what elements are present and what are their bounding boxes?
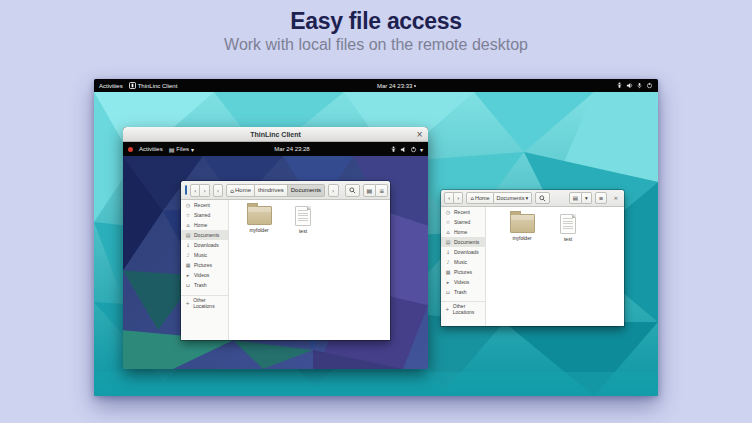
remote-clock-label: Mar 24 23:28 [274, 146, 309, 152]
menu-button[interactable]: ≡ [376, 184, 388, 197]
forward-button[interactable]: › [454, 192, 463, 204]
sidebar-item-label: Pictures [194, 262, 212, 268]
sidebar-item-pictures[interactable]: ▦Pictures [181, 260, 228, 270]
file-item-myfolder[interactable]: myfolder [237, 206, 281, 233]
thinlinc-close-button[interactable]: × [416, 127, 423, 141]
view-toggle-button[interactable]: ▤ [363, 184, 377, 197]
sidebar-item-label: Downloads [454, 249, 479, 255]
home-icon: ⌂ [230, 187, 234, 194]
search-icon [539, 195, 546, 202]
sidebar-item-trash[interactable]: ⊔Trash [441, 287, 485, 297]
remote-files-content: myfolder test [229, 200, 390, 340]
sidebar-item-label: Other Locations [193, 297, 224, 309]
sidebar-item-label: Trash [194, 282, 207, 288]
sidebar-item-label: Other Locations [453, 303, 481, 315]
host-focused-app-menu[interactable]: ThinLinc Client [129, 82, 178, 89]
sidebar-item-documents[interactable]: ▤Documents [181, 230, 228, 240]
nautilus-app-icon [185, 185, 187, 195]
trash-icon: ⊔ [185, 282, 191, 288]
back-button[interactable]: ‹ [444, 192, 454, 204]
sidebar-item-music[interactable]: ♪Music [441, 257, 485, 267]
recent-icon: ◷ [185, 202, 191, 208]
file-item-myfolder[interactable]: myfolder [500, 214, 544, 241]
sidebar-item-trash[interactable]: ⊔Trash [181, 280, 228, 290]
trash-icon: ⊔ [445, 289, 451, 295]
sidebar-item-label: Documents [454, 239, 479, 245]
other-locations-icon: + [445, 306, 450, 312]
remote-view-buttons: ▤ ≡ [363, 184, 389, 197]
remote-path-bar: ⌂ Home thindrives Documents [226, 184, 325, 197]
sidebar-item-label: Documents [194, 232, 219, 238]
back-button[interactable]: ‹ [190, 184, 200, 197]
remote-system-tray[interactable]: ▾ [390, 146, 423, 153]
remote-clock[interactable]: Mar 24 23:28 [274, 146, 309, 152]
local-files-toolbar: ‹ › ⌂ Home Documents ▾ ▤ [441, 190, 624, 207]
sidebar-item-label: Starred [194, 212, 210, 218]
host-system-tray[interactable] [616, 82, 653, 89]
local-history-buttons: ‹ › [444, 192, 463, 204]
file-item-test[interactable]: test [546, 214, 590, 242]
forward-button[interactable]: › [200, 184, 209, 197]
remote-history-buttons: ‹ › [190, 184, 210, 197]
sidebar-item-home[interactable]: ⌂Home [181, 220, 228, 230]
page-title: Easy file access [0, 8, 752, 35]
home-icon: ⌂ [470, 195, 474, 201]
remote-files-app-menu[interactable]: ▤ Files ▾ [169, 146, 194, 153]
path-segment-home[interactable]: ⌂ Home [226, 184, 255, 197]
thinlinc-titlebar[interactable]: ThinLinc Client × [123, 127, 428, 142]
accessibility-icon [616, 82, 623, 89]
sidebar-item-label: Videos [194, 272, 209, 278]
path-segment-thindrives[interactable]: thindrives [255, 184, 288, 197]
path-segment-label: Documents [497, 195, 525, 201]
view-toggle-button[interactable]: ▤ [569, 192, 582, 204]
path-more-button[interactable]: › [328, 184, 338, 197]
sidebar-item-music[interactable]: ♪Music [181, 250, 228, 260]
folder-icon [247, 206, 272, 225]
sidebar-item-videos[interactable]: ▸Videos [181, 270, 228, 280]
sidebar-item-downloads[interactable]: ↓Downloads [181, 240, 228, 250]
sidebar-item-label: Music [194, 252, 207, 258]
sidebar-item-label: Starred [454, 219, 470, 225]
host-activities-button[interactable]: Activities [99, 83, 123, 89]
host-topbar: Activities ThinLinc Client Mar 24 23:33 [94, 79, 658, 92]
view-options-button[interactable]: ▾ [582, 192, 592, 204]
file-item-test[interactable]: test [281, 206, 325, 234]
host-clock-label: Mar 24 23:33 [377, 83, 412, 89]
path-segment-documents[interactable]: Documents [288, 184, 325, 197]
sidebar-item-home[interactable]: ⌂Home [441, 227, 485, 237]
search-button[interactable] [535, 192, 550, 204]
sidebar-item-recent[interactable]: ◷Recent [181, 200, 228, 210]
document-icon [560, 214, 576, 234]
sidebar-item-downloads[interactable]: ↓Downloads [441, 247, 485, 257]
remote-activities-button[interactable]: Activities [139, 146, 163, 152]
chevron-down-icon: ▾ [191, 146, 194, 153]
remote-files-window: ‹ › ‹ ⌂ Home thindrives Documents [181, 181, 390, 340]
local-path-bar: ⌂ Home Documents ▾ [466, 192, 532, 204]
sidebar-item-label: Trash [454, 289, 467, 295]
sidebar-item-other-locations[interactable]: +Other Locations [441, 301, 485, 316]
host-clock[interactable]: Mar 24 23:33 [377, 83, 416, 89]
sidebar-item-documents[interactable]: ▤Documents [441, 237, 485, 247]
local-view-buttons: ▤ ▾ [569, 192, 592, 204]
sidebar-item-videos[interactable]: ▸Videos [441, 277, 485, 287]
search-button[interactable] [345, 184, 360, 197]
sidebar-item-label: Music [454, 259, 467, 265]
recent-icon: ◷ [445, 209, 451, 215]
file-label: myfolder [500, 235, 544, 241]
downloads-icon: ↓ [185, 242, 191, 248]
local-files-content: myfolder test [486, 207, 624, 326]
path-segment-home[interactable]: ⌂ Home [466, 192, 493, 204]
local-files-close-button[interactable]: × [610, 193, 621, 203]
remote-files-toolbar: ‹ › ‹ ⌂ Home thindrives Documents [181, 181, 390, 200]
path-overflow-button[interactable]: ‹ [213, 184, 223, 197]
sidebar-item-pictures[interactable]: ▦Pictures [441, 267, 485, 277]
path-segment-label: Home [235, 187, 251, 193]
sidebar-item-starred[interactable]: ☆Starred [441, 217, 485, 227]
host-desktop: Activities ThinLinc Client Mar 24 23:33 [94, 79, 658, 396]
videos-icon: ▸ [445, 279, 451, 285]
sidebar-item-other-locations[interactable]: +Other Locations [181, 295, 228, 310]
sidebar-item-recent[interactable]: ◷Recent [441, 207, 485, 217]
menu-button[interactable]: ≡ [595, 192, 608, 204]
path-segment-documents[interactable]: Documents ▾ [494, 192, 533, 204]
sidebar-item-starred[interactable]: ☆Starred [181, 210, 228, 220]
